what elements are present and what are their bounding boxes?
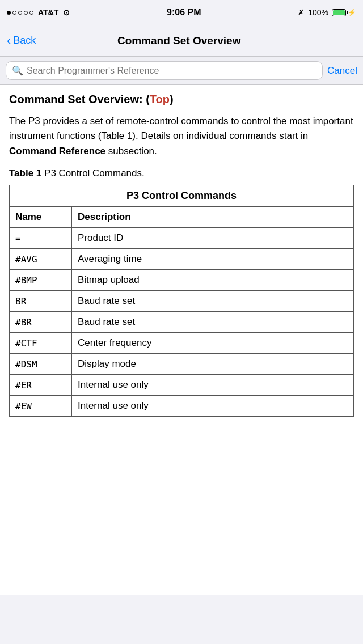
cell-name: = [10, 228, 72, 249]
navigation-bar: ‹ Back Command Set Overview [0, 25, 363, 57]
back-label: Back [13, 35, 36, 46]
cell-description: Display mode [72, 354, 354, 375]
table-header-title-row: P3 Control Commands [10, 185, 354, 207]
battery-icon: ⚡ [332, 9, 356, 16]
table-row: #DSMDisplay mode [10, 354, 354, 375]
section-heading: Command Set Overview: (Top) [9, 93, 354, 106]
table-row: #EWInternal use only [10, 396, 354, 417]
bluetooth-icon: ✗ [298, 8, 305, 17]
status-right: ✗ 100% ⚡ [298, 8, 356, 17]
battery-body [332, 9, 346, 16]
cell-description: Center frequency [72, 333, 354, 354]
search-icon: 🔍 [12, 65, 23, 76]
table-row: #BMPBitmap upload [10, 270, 354, 291]
intro-text-start: The P3 provides a set of remote-control … [9, 116, 353, 141]
commands-table: P3 Control Commands Name Description =Pr… [9, 185, 354, 417]
table-caption-rest: P3 Control Commands. [41, 168, 144, 179]
table-row: #ERInternal use only [10, 375, 354, 396]
table-col-header-row: Name Description [10, 207, 354, 228]
cell-name: #AVG [10, 249, 72, 270]
cell-description: Product ID [72, 228, 354, 249]
cell-description: Bitmap upload [72, 270, 354, 291]
col-header-description: Description [72, 207, 354, 228]
cell-description: Averaging time [72, 249, 354, 270]
table-row: #AVGAveraging time [10, 249, 354, 270]
status-left: AT&T ⊙ [7, 8, 70, 17]
table-caption-bold: Table 1 [9, 168, 41, 179]
table-row: #BRBaud rate set [10, 312, 354, 333]
battery-fill [333, 10, 345, 15]
search-input[interactable] [27, 66, 316, 76]
search-input-wrap[interactable]: 🔍 [6, 61, 323, 80]
cell-name: #BR [10, 312, 72, 333]
intro-bold: Command Reference [9, 146, 105, 156]
status-bar: AT&T ⊙ 9:06 PM ✗ 100% ⚡ [0, 0, 363, 25]
table-row: BRBaud rate set [10, 291, 354, 312]
battery-percent: 100% [308, 8, 328, 17]
status-time: 9:06 PM [167, 7, 201, 18]
search-bar: 🔍 Cancel [0, 57, 363, 85]
cell-description: Internal use only [72, 375, 354, 396]
signal-dot-5 [29, 11, 33, 15]
heading-text: Command Set Overview: [9, 93, 143, 105]
col-header-name: Name [10, 207, 72, 228]
wifi-icon: ⊙ [63, 8, 70, 17]
cell-name: #DSM [10, 354, 72, 375]
cell-name: #ER [10, 375, 72, 396]
cell-name: #CTF [10, 333, 72, 354]
carrier-label: AT&T [38, 8, 58, 17]
table-row: #CTFCenter frequency [10, 333, 354, 354]
main-content: Command Set Overview: (Top) The P3 provi… [0, 85, 363, 595]
cell-description: Internal use only [72, 396, 354, 417]
cell-name: #EW [10, 396, 72, 417]
cancel-button[interactable]: Cancel [327, 65, 357, 77]
page-title: Command Set Overview [36, 35, 322, 47]
intro-paragraph: The P3 provides a set of remote-control … [9, 114, 354, 159]
signal-dot-4 [24, 11, 28, 15]
signal-dot-3 [18, 11, 22, 15]
cell-name: #BMP [10, 270, 72, 291]
cell-description: Baud rate set [72, 291, 354, 312]
back-chevron-icon: ‹ [7, 35, 11, 47]
signal-dot-2 [12, 11, 16, 15]
back-button[interactable]: ‹ Back [7, 35, 36, 47]
cell-name: BR [10, 291, 72, 312]
intro-text-end: subsection. [105, 146, 157, 156]
table-title: P3 Control Commands [10, 185, 354, 207]
charging-icon: ⚡ [348, 9, 356, 16]
table-caption: Table 1 P3 Control Commands. [9, 168, 354, 179]
top-link[interactable]: Top [150, 93, 170, 105]
table-row: =Product ID [10, 228, 354, 249]
signal-dot-1 [7, 11, 11, 15]
signal-dots [7, 11, 33, 15]
table-body: =Product ID#AVGAveraging time#BMPBitmap … [10, 228, 354, 417]
cell-description: Baud rate set [72, 312, 354, 333]
